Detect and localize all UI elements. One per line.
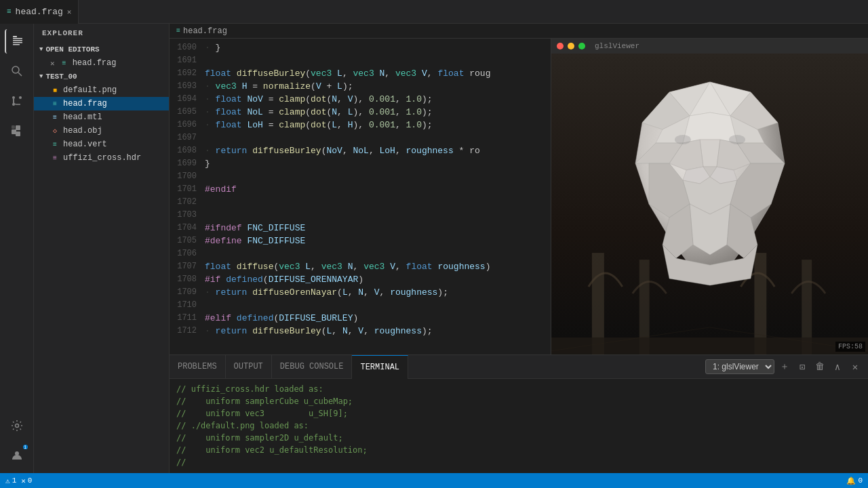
viewer-dot-yellow xyxy=(568,43,574,49)
sidebar: 1 xyxy=(0,24,34,473)
file-icon-hdr: ≡ xyxy=(50,155,60,162)
sidebar-icon-source-control[interactable] xyxy=(5,89,29,113)
explorer-title: EXPLORER xyxy=(34,24,169,43)
chevron-test-folder: ▼ xyxy=(39,73,43,80)
tab-terminal[interactable]: TERMINAL xyxy=(352,355,408,379)
svg-point-8 xyxy=(19,96,22,99)
new-terminal-button[interactable]: ＋ xyxy=(777,359,792,374)
file-item-head-vert[interactable]: ≡ head.vert xyxy=(34,138,169,151)
file-name-default-png: default.png xyxy=(63,85,117,95)
trash-terminal-button[interactable]: 🗑 xyxy=(812,359,827,374)
tab-output[interactable]: OUTPUT xyxy=(226,355,272,379)
test-folder-header[interactable]: ▼ TEST_00 xyxy=(34,70,169,83)
bottom-tabs-bar: PROBLEMS OUTPUT DEBUG CONSOLE TERMINAL 1… xyxy=(170,355,868,379)
file-item-head-frag[interactable]: ≡ head.frag xyxy=(34,97,169,110)
main-content: 1 EXPLORER ▼ OPEN EDITORS ✕ ≡ head.frag … xyxy=(0,24,868,473)
viewer-canvas[interactable]: FPS:58 xyxy=(551,54,868,354)
file-icon-png: ■ xyxy=(50,87,60,94)
editor-area: ≡ head.frag 1690169116921693169416951696… xyxy=(170,24,868,473)
file-name-head-frag: head.frag xyxy=(63,99,107,108)
svg-rect-2 xyxy=(13,40,22,41)
tab-filename: head.frag xyxy=(16,7,63,17)
svg-point-14 xyxy=(15,424,18,428)
close-panel-button[interactable]: ✕ xyxy=(848,359,863,374)
file-item-uffizi-hdr[interactable]: ≡ uffizi_cross.hdr xyxy=(34,151,169,165)
open-editors-header[interactable]: ▼ OPEN EDITORS xyxy=(34,43,169,56)
explorer-panel: EXPLORER ▼ OPEN EDITORS ✕ ≡ head.frag ▼ … xyxy=(34,24,170,473)
breadcrumb: ≡ head.frag xyxy=(170,24,868,39)
warning-count: 1 xyxy=(12,476,17,485)
account-badge: 1 xyxy=(23,445,28,449)
svg-point-5 xyxy=(12,66,19,73)
sidebar-icon-explorer[interactable] xyxy=(5,29,29,54)
svg-line-6 xyxy=(18,73,22,76)
viewer-title: glslViewer xyxy=(595,42,639,50)
file-name-head-vert: head.vert xyxy=(63,140,107,149)
sidebar-icon-search[interactable] xyxy=(5,59,29,83)
open-editor-file-icon: ≡ xyxy=(60,60,69,67)
head-3d-render xyxy=(615,68,805,299)
svg-rect-1 xyxy=(13,38,22,39)
error-icon: ✕ xyxy=(21,476,26,485)
sidebar-icon-extensions[interactable] xyxy=(5,119,29,143)
code-editor[interactable]: 1690169116921693169416951696169716981699… xyxy=(170,39,551,354)
viewer-panel: glslViewer xyxy=(551,39,868,354)
chevron-up-button[interactable]: ∧ xyxy=(830,359,845,374)
file-icon-frag: ≡ xyxy=(50,100,60,108)
status-bar: ⚠ 1 ✕ 0 🔔 0 xyxy=(0,473,868,488)
svg-rect-13 xyxy=(12,125,15,129)
svg-rect-20 xyxy=(551,338,868,354)
file-item-default-png[interactable]: ■ default.png xyxy=(34,83,169,97)
sidebar-bottom: 1 xyxy=(5,413,29,468)
terminal-content[interactable]: // uffizi_cross.hdr loaded as:// uniform… xyxy=(170,379,868,473)
fps-badge: FPS:58 xyxy=(835,342,865,352)
svg-point-46 xyxy=(675,135,691,144)
bottom-panel: PROBLEMS OUTPUT DEBUG CONSOLE TERMINAL 1… xyxy=(170,354,868,473)
open-editor-close[interactable]: ✕ xyxy=(50,59,55,68)
bell-icon: 🔔 xyxy=(846,476,856,485)
status-warning[interactable]: ⚠ 1 ✕ 0 xyxy=(5,476,32,485)
tab-debug-console[interactable]: DEBUG CONSOLE xyxy=(272,355,353,379)
tab-close-icon[interactable]: ✕ xyxy=(67,7,72,16)
file-tab-icon: ≡ xyxy=(7,7,12,16)
file-icon-obj: ◇ xyxy=(50,127,60,135)
svg-rect-3 xyxy=(13,42,22,43)
open-editor-filename: head.frag xyxy=(73,58,117,68)
editor-viewer-container: 1690169116921693169416951696169716981699… xyxy=(170,39,868,354)
notification-count: 0 xyxy=(858,476,863,485)
file-icon-vert: ≡ xyxy=(50,141,60,148)
breadcrumb-file-icon: ≡ xyxy=(176,27,180,35)
viewer-dot-red xyxy=(557,43,564,49)
viewer-dot-green xyxy=(578,43,585,49)
sidebar-icon-account[interactable]: 1 xyxy=(5,443,29,468)
tab-problems[interactable]: PROBLEMS xyxy=(170,355,226,379)
open-editors-label: OPEN EDITORS xyxy=(45,45,99,54)
editor-tab[interactable]: ≡ head.frag ✕ xyxy=(0,0,79,24)
svg-point-47 xyxy=(729,135,745,144)
terminal-actions: 1: glslViewer ＋ ⊡ 🗑 ∧ ✕ xyxy=(705,359,868,374)
warning-icon: ⚠ xyxy=(5,476,10,485)
error-count: 0 xyxy=(28,476,33,485)
svg-marker-31 xyxy=(683,113,737,143)
line-numbers: 1690169116921693169416951696169716981699… xyxy=(170,39,202,354)
file-item-head-obj[interactable]: ◇ head.obj xyxy=(34,124,169,138)
file-name-head-mtl: head.mtl xyxy=(63,113,102,122)
svg-marker-32 xyxy=(700,140,720,167)
code-content[interactable]: · } float diffuseBurley(vec3 L, vec3 N, … xyxy=(202,39,551,354)
svg-rect-0 xyxy=(13,36,17,37)
svg-rect-4 xyxy=(13,44,20,45)
file-name-uffizi-hdr: uffizi_cross.hdr xyxy=(63,153,141,163)
status-notifications[interactable]: 🔔 0 xyxy=(846,476,863,485)
terminal-profile-select[interactable]: 1: glslViewer xyxy=(705,359,774,374)
test-folder-label: TEST_00 xyxy=(45,73,77,81)
open-editor-file[interactable]: ✕ ≡ head.frag xyxy=(34,56,169,70)
chevron-open-editors: ▼ xyxy=(39,46,43,53)
viewer-header: glslViewer xyxy=(551,39,868,54)
split-terminal-button[interactable]: ⊡ xyxy=(795,359,810,374)
svg-point-7 xyxy=(12,96,15,99)
svg-rect-10 xyxy=(12,129,16,134)
file-item-head-mtl[interactable]: ≡ head.mtl xyxy=(34,110,169,124)
breadcrumb-filename: head.frag xyxy=(183,26,227,36)
sidebar-icon-settings[interactable] xyxy=(5,413,29,438)
svg-rect-12 xyxy=(16,131,20,136)
